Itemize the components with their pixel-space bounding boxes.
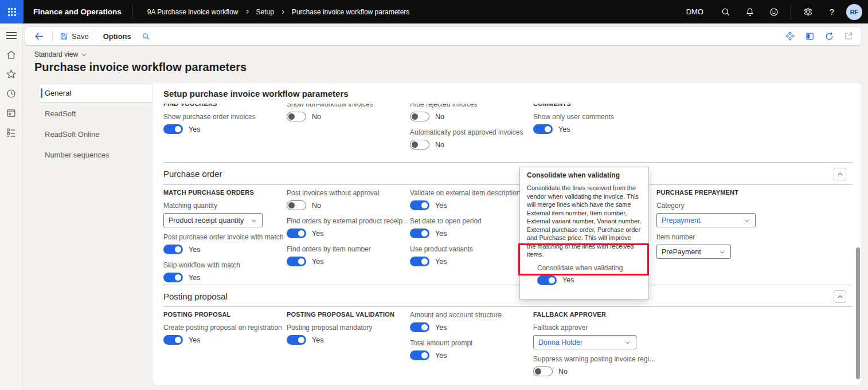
combo-item-number[interactable]: PrePayment xyxy=(656,245,731,259)
form-field: Total amount promptYes xyxy=(410,339,533,360)
section-title-posting-proposal: Posting proposal xyxy=(163,291,228,301)
toggle-use-product-variants[interactable] xyxy=(410,257,429,266)
topbar-actions: DMO ? RF xyxy=(686,2,868,22)
back-button[interactable] xyxy=(25,27,52,45)
collapse-purchase-order-button[interactable] xyxy=(834,168,846,180)
collapse-posting-proposal-button[interactable] xyxy=(834,290,846,303)
toggle-value: Yes xyxy=(435,230,447,238)
personalize-diamonds-icon[interactable] xyxy=(782,29,798,44)
toggle-show-purchase-order-invoices[interactable] xyxy=(163,124,183,134)
combo-matching-quantity[interactable]: Product receipt quantity xyxy=(163,213,263,227)
toggle-knob xyxy=(175,337,181,343)
modules-list-icon[interactable] xyxy=(3,125,19,140)
toggle-posting-proposal-mandatory[interactable] xyxy=(287,335,306,345)
toolbar-search-icon[interactable] xyxy=(138,27,154,45)
field-column: POSTING PROPOSALCreate posting proposal … xyxy=(163,311,287,352)
toggle-show-only-user-comments[interactable] xyxy=(533,124,553,134)
save-label: Save xyxy=(72,32,89,41)
field-label: Find orders by item number xyxy=(287,245,408,254)
toggle-automatically-post-approved-invoices[interactable] xyxy=(410,140,429,149)
user-avatar[interactable]: RF xyxy=(846,4,862,20)
notifications-bell-icon[interactable] xyxy=(740,2,760,22)
combo-category[interactable]: Prepayment xyxy=(656,213,756,227)
toggle-skip-workflow-with-match[interactable] xyxy=(163,273,183,282)
open-in-new-window-icon[interactable] xyxy=(840,29,857,44)
vertical-scrollbar-thumb[interactable] xyxy=(856,247,860,379)
toggle-value: Yes xyxy=(312,258,323,266)
toggle-post-invoices-without-approval[interactable] xyxy=(287,200,306,210)
refresh-icon[interactable] xyxy=(821,29,837,44)
toggle-consolidate-when-validating[interactable] xyxy=(537,275,557,285)
toggle-total-amount-prompt[interactable] xyxy=(410,350,429,360)
form-field: Set date to open periodYes xyxy=(410,217,533,238)
group-heading: PURCHASE PREPAYMENT xyxy=(656,189,780,197)
tab-general[interactable]: General xyxy=(39,84,153,102)
options-label: Options xyxy=(103,32,131,41)
menu-hamburger-icon[interactable] xyxy=(3,28,19,42)
options-menu-button[interactable]: Options xyxy=(96,27,138,45)
form-field: Use product variantsYes xyxy=(410,245,533,266)
settings-gear-icon[interactable] xyxy=(798,2,818,22)
tab-readsoft-online[interactable]: ReadSoft Online xyxy=(39,125,153,143)
tab-number-sequences[interactable]: Number sequences xyxy=(39,146,153,164)
field-tooltip: Consolidate when validating Consolidate … xyxy=(519,167,649,300)
favorites-star-icon[interactable] xyxy=(3,67,19,81)
action-toolbar: Save Options xyxy=(25,27,861,45)
related-info-pane-icon[interactable] xyxy=(801,29,818,44)
toggle-value: Yes xyxy=(189,125,200,133)
field-column: Hide rejected invoicesNoAutomatically po… xyxy=(410,104,533,156)
help-icon[interactable]: ? xyxy=(822,2,842,22)
save-floppy-icon xyxy=(60,32,68,41)
breadcrumb-item-workflow[interactable]: 9A Purchase invoice workflow xyxy=(147,8,238,16)
app-title[interactable]: Finance and Operations xyxy=(33,7,122,16)
toggle-row: No xyxy=(287,112,410,121)
save-button[interactable]: Save xyxy=(53,27,96,45)
search-icon[interactable] xyxy=(716,2,736,22)
recent-clock-icon[interactable] xyxy=(3,86,19,101)
field-label: Validate on external item descriptions xyxy=(410,189,531,198)
field-label: Fallback approver xyxy=(533,324,655,332)
breadcrumb-item-parameters[interactable]: Purchase invoice workflow parameters xyxy=(292,8,409,16)
feedback-smiley-icon[interactable] xyxy=(764,2,784,22)
tab-readsoft[interactable]: ReadSoft xyxy=(39,105,153,123)
form-field: Create posting proposal on registrationY… xyxy=(163,324,287,345)
toggle-row: Yes xyxy=(533,124,656,134)
toggle-find-orders-by-item-number[interactable] xyxy=(287,257,306,266)
field-column: FIND VOUCHERSShow purchase order invoice… xyxy=(163,104,287,141)
toggle-knob xyxy=(545,126,551,132)
field-column: POSTING PROPOSAL VALIDATIONPosting propo… xyxy=(287,311,410,352)
toggle-row: Yes xyxy=(410,350,533,360)
field-label: Post invoices without approval xyxy=(287,189,408,198)
app-launcher-waffle-icon[interactable] xyxy=(0,0,24,23)
form-field: Item numberPrePayment xyxy=(656,233,780,259)
section-top: FIND VOUCHERSShow purchase order invoice… xyxy=(153,104,861,162)
toggle-hide-rejected-invoices[interactable] xyxy=(410,112,429,121)
toggle-create-posting-proposal-on-registration[interactable] xyxy=(163,335,183,345)
home-icon[interactable] xyxy=(3,48,19,62)
field-label: Amount and account structure xyxy=(410,311,531,320)
toggle-show-non-workflow-invoices[interactable] xyxy=(287,112,306,121)
combo-fallback-approver[interactable]: Donna Holder xyxy=(533,335,636,349)
form-field: Skip workflow with matchYes xyxy=(163,261,287,282)
form-field: Matching quantityProduct receipt quantit… xyxy=(163,202,287,227)
section-posting-proposal: POSTING PROPOSALCreate posting proposal … xyxy=(153,311,861,383)
field-label: Item number xyxy=(656,233,778,242)
form-field: Show only user commentsYes xyxy=(533,113,656,134)
combo-value: Donna Holder xyxy=(538,338,582,346)
toggle-value: Yes xyxy=(435,202,447,210)
field-column: PURCHASE PREPAYMENTCategoryPrepaymentIte… xyxy=(656,189,780,265)
workspaces-icon[interactable] xyxy=(3,106,19,120)
toggle-row: Yes xyxy=(410,229,533,238)
toggle-suppress-warning-posting-invoice-regi[interactable] xyxy=(533,367,553,376)
toggle-value: No xyxy=(435,113,444,121)
toggle-find-orders-by-external-product-receip[interactable] xyxy=(287,229,306,238)
toggle-validate-on-external-item-descriptions[interactable] xyxy=(410,200,429,210)
toggle-post-purchase-order-invoice-with-match[interactable] xyxy=(163,245,183,254)
field-label: Hide rejected invoices xyxy=(410,104,531,109)
toggle-value: Yes xyxy=(435,324,447,332)
toggle-amount-and-account-structure[interactable] xyxy=(410,322,429,332)
view-selector[interactable]: Standard view xyxy=(34,50,87,58)
breadcrumb-item-setup[interactable]: Setup xyxy=(256,8,274,16)
environment-badge[interactable]: DMO xyxy=(686,7,703,16)
toggle-set-date-to-open-period[interactable] xyxy=(410,229,429,238)
